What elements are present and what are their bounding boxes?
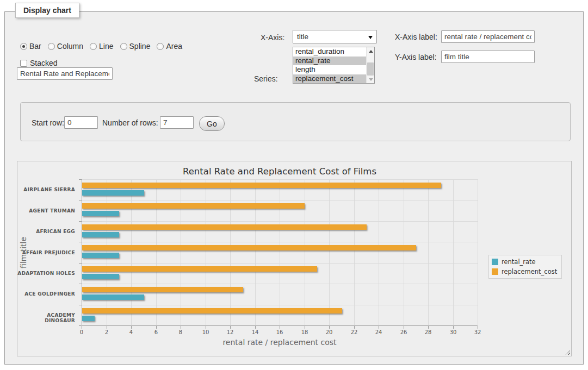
gridline-y	[82, 284, 478, 284]
x-axis-tick-label: 28	[419, 329, 437, 335]
legend-swatch	[492, 259, 498, 265]
x-axis-tick	[453, 326, 454, 329]
fieldset-legend-text: Display chart	[23, 6, 71, 15]
bar-replacement_cost-adaptation-holes[interactable]	[82, 266, 317, 272]
y-axis-label-input[interactable]	[441, 51, 535, 63]
stacked-checkbox[interactable]	[20, 60, 27, 67]
chart-type-radio-group: BarColumnLineSplineArea	[20, 42, 182, 51]
gridline-x	[305, 179, 305, 325]
scrollbar-up-button[interactable]	[367, 47, 375, 55]
radio-icon	[157, 43, 164, 50]
series-option-length[interactable]: length	[293, 65, 366, 74]
bar-replacement_cost-african-egg[interactable]	[82, 224, 367, 230]
chart-type-radio-column[interactable]: Column	[48, 42, 83, 51]
bar-rental_rate-adaptation-holes[interactable]	[82, 274, 119, 279]
x-axis-tick-label: 8	[171, 329, 190, 335]
gridline-y	[82, 221, 478, 222]
x-axis-tick	[354, 326, 355, 329]
x-axis-tick-label: 32	[468, 329, 487, 335]
gridline-x	[181, 179, 181, 325]
legend-item-replacement_cost[interactable]: replacement_cost	[492, 268, 557, 275]
page: Display chart BarColumnLineSplineArea St…	[0, 0, 588, 370]
scrollbar-down-icon	[369, 78, 373, 81]
radio-icon	[48, 43, 55, 50]
chart-type-radio-bar[interactable]: Bar	[20, 42, 41, 51]
scrollbar-down-button[interactable]	[367, 76, 375, 83]
stacked-checkbox-row: Stacked	[20, 59, 58, 67]
legend-label: replacement_cost	[502, 268, 557, 275]
x-axis-tick	[107, 326, 107, 329]
x-axis-tick	[181, 326, 181, 329]
bar-rental_rate-ace-goldfinger[interactable]	[82, 294, 144, 300]
gridline-x	[478, 179, 478, 325]
series-option-rental_rate[interactable]: rental_rate	[293, 57, 366, 66]
gridline-x	[255, 179, 256, 325]
x-axis-tick	[156, 326, 157, 329]
chart-type-radio-label: Area	[166, 42, 182, 51]
bar-replacement_cost-ace-goldfinger[interactable]	[82, 287, 243, 292]
x-axis-tick	[82, 326, 82, 329]
gridline-x	[156, 179, 157, 325]
y-axis-tick	[79, 242, 82, 242]
radio-icon	[120, 43, 127, 50]
chart-type-radio-label: Column	[57, 42, 83, 51]
gridline-x	[107, 179, 107, 325]
bar-rental_rate-airplane-sierra[interactable]	[82, 190, 144, 196]
x-axis-select[interactable]: title	[293, 30, 377, 43]
bar-replacement_cost-agent-truman[interactable]	[82, 203, 305, 209]
y-category-label: ACE GOLDFINGER	[17, 291, 75, 297]
chart-type-radio-label: Bar	[29, 42, 41, 51]
gridline-x	[354, 179, 355, 325]
x-axis-tick	[478, 326, 478, 329]
scrollbar-thumb[interactable]	[367, 62, 374, 76]
gridline-x	[453, 179, 454, 325]
chart-type-radio-spline[interactable]: Spline	[120, 42, 151, 51]
series-scrollbar[interactable]	[366, 47, 374, 83]
x-axis-label-input[interactable]	[441, 30, 535, 43]
y-category-label: AGENT TRUMAN	[17, 208, 75, 214]
x-axis-tick-label: 4	[122, 329, 140, 335]
resize-handle[interactable]	[564, 349, 570, 355]
x-axis-selected-value: title	[297, 33, 308, 41]
series-select-label: Series:	[254, 74, 278, 83]
chart-title-input[interactable]	[17, 67, 113, 80]
y-axis-tick	[79, 305, 82, 305]
chart-type-radio-line[interactable]: Line	[90, 42, 113, 51]
legend-item-rental_rate[interactable]: rental_rate	[492, 258, 557, 266]
y-axis-tick	[79, 221, 82, 222]
start-row-input[interactable]	[64, 116, 98, 129]
series-listbox[interactable]: rental_durationrental_ratelengthreplacem…	[293, 47, 375, 84]
gridline-x	[379, 179, 379, 325]
bar-replacement_cost-academy-dinosaur[interactable]	[82, 308, 342, 313]
x-axis-tick	[305, 326, 305, 329]
bar-replacement_cost-airplane-sierra[interactable]	[82, 183, 441, 188]
x-axis-tick	[280, 326, 280, 329]
bar-rental_rate-academy-dinosaur[interactable]	[82, 316, 95, 321]
radio-icon	[90, 43, 97, 50]
gridline-x	[230, 179, 231, 325]
bar-rental_rate-african-egg[interactable]	[82, 232, 119, 237]
gridline-x	[329, 179, 330, 325]
gridline-x	[404, 179, 404, 325]
num-rows-input[interactable]	[160, 116, 194, 129]
chart-type-radio-label: Spline	[129, 42, 151, 51]
bar-replacement_cost-affair-prejudice[interactable]	[82, 245, 416, 250]
x-axis-tick-label: 24	[369, 329, 388, 335]
bar-rental_rate-affair-prejudice[interactable]	[82, 253, 119, 258]
series-option-replacement_cost[interactable]: replacement_cost	[293, 74, 366, 84]
legend-label: rental_rate	[502, 258, 536, 266]
gridline-y	[82, 263, 478, 264]
x-axis-tick-label: 14	[246, 329, 264, 335]
y-axis-tick	[79, 179, 82, 180]
chart-legend: rental_ratereplacement_cost	[488, 255, 562, 279]
series-option-rental_duration[interactable]: rental_duration	[293, 47, 366, 57]
fieldset-legend: Display chart	[15, 3, 79, 18]
chart-type-radio-area[interactable]: Area	[157, 42, 182, 51]
gridline-x	[428, 179, 429, 325]
bar-rental_rate-agent-truman[interactable]	[82, 211, 119, 216]
go-button[interactable]: Go	[199, 116, 225, 131]
x-axis-tick	[428, 326, 429, 329]
start-row-label: Start row:	[32, 118, 64, 127]
scrollbar-up-icon	[369, 50, 373, 53]
x-axis-tick	[404, 326, 404, 329]
